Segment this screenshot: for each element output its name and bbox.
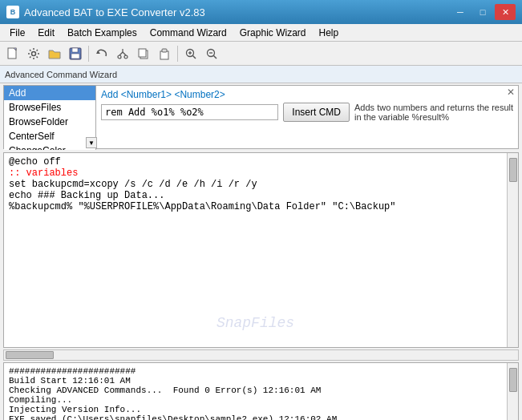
svg-rect-3 [72, 48, 78, 52]
new-button[interactable] [3, 44, 22, 63]
close-button[interactable]: ✕ [495, 4, 516, 20]
menu-batch-examples[interactable]: Batch Examples [61, 26, 144, 40]
paste-button[interactable] [155, 44, 174, 63]
log-line-3: Checking ADVANCED Commands... Found 0 Er… [9, 386, 502, 395]
cmd-input-field[interactable] [101, 104, 278, 120]
log-line-6: EXE saved (C:\Users\snapfiles\Desktop\sa… [9, 414, 502, 420]
log-line-2: Build Start 12:16:01 AM [9, 376, 502, 386]
window-controls: ─ □ ✕ [450, 4, 516, 20]
main-layout: Add BrowseFiles BrowseFolder CenterSelf … [0, 83, 522, 420]
menu-file[interactable]: File [3, 26, 31, 40]
zoom-in-button[interactable] [181, 44, 200, 63]
menu-bar: File Edit Batch Examples Command Wizard … [0, 24, 522, 42]
list-scroll-down[interactable]: ▼ [86, 137, 97, 148]
window-title: Advanced BAT to EXE Converter v2.83 [24, 6, 205, 18]
settings-button[interactable] [24, 44, 43, 63]
cut-button[interactable] [113, 44, 132, 63]
svg-line-8 [119, 52, 123, 55]
cmd-detail-panel: Add <Number1> <Number2> Insert CMD Adds … [96, 86, 518, 148]
svg-rect-12 [139, 49, 146, 57]
copy-button[interactable] [134, 44, 153, 63]
insert-cmd-button[interactable]: Insert CMD [283, 103, 350, 122]
svg-point-6 [118, 55, 121, 59]
list-item-add[interactable]: Add [4, 86, 95, 100]
log-panel[interactable]: ######################## Build Start 12:… [4, 363, 507, 420]
cmd-input-row: Insert CMD Adds two numbers and returns … [101, 103, 515, 122]
editor-scrollbar-thumb[interactable] [509, 158, 517, 182]
editor-section: @echo off :: variables set backupcmd=xco… [0, 151, 522, 361]
code-editor[interactable]: @echo off :: variables set backupcmd=xco… [4, 153, 507, 347]
log-section: ######################## Build Start 12:… [3, 362, 519, 420]
h-scrollbar-thumb[interactable] [6, 351, 54, 359]
svg-rect-14 [162, 49, 167, 52]
log-line-4: Compiling... [9, 395, 502, 405]
editor-scrollbar-v[interactable] [507, 153, 518, 347]
editor-line-2: :: variables [9, 168, 502, 179]
menu-edit[interactable]: Edit [31, 26, 61, 40]
log-line-5: Injecting Version Info... [9, 405, 502, 414]
list-item-centerself[interactable]: CenterSelf [4, 129, 95, 143]
editor-scrollbar-h[interactable] [3, 349, 519, 361]
cmd-header: Add <Number1> <Number2> [101, 89, 515, 100]
title-bar-left: B Advanced BAT to EXE Converter v2.83 [6, 6, 205, 18]
editor-line-5: echo ### Backing up Data... [9, 190, 502, 201]
wizard-label-bar: Advanced Command Wizard [0, 66, 522, 83]
list-item-browsefolder[interactable]: BrowseFolder [4, 115, 95, 129]
title-bar: B Advanced BAT to EXE Converter v2.83 ─ … [0, 0, 522, 24]
separator-1 [88, 46, 89, 62]
wizard-container: Add BrowseFiles BrowseFolder CenterSelf … [3, 85, 519, 149]
app-icon: B [6, 6, 19, 18]
editor-line-6: %backupcmd% "%USERPROFILE%\AppData\Roami… [9, 201, 502, 212]
log-line-1: ######################## [9, 366, 502, 376]
command-list[interactable]: Add BrowseFiles BrowseFolder CenterSelf … [4, 86, 96, 150]
list-item-changecolor[interactable]: ChangeColor [4, 143, 95, 150]
undo-button[interactable] [92, 44, 111, 63]
list-item-browsefiles[interactable]: BrowseFiles [4, 100, 95, 115]
svg-rect-4 [71, 54, 79, 59]
toolbar [0, 42, 522, 66]
zoom-out-button[interactable] [202, 44, 221, 63]
menu-help[interactable]: Help [312, 26, 345, 40]
wizard-label: Advanced Command Wizard [5, 70, 117, 79]
watermark: SnapFiles [216, 315, 294, 331]
log-scrollbar-v[interactable] [507, 363, 518, 420]
cmd-description: Adds two numbers and returns the result … [354, 103, 515, 122]
svg-point-1 [32, 51, 36, 55]
editor-line-3: set backupcmd=xcopy /s /c /d /e /h /i /r… [9, 179, 502, 190]
maximize-button[interactable]: □ [472, 4, 493, 20]
svg-line-9 [123, 52, 126, 55]
editor-line-1: @echo off [9, 156, 502, 168]
log-scrollbar-thumb[interactable] [509, 368, 517, 392]
open-button[interactable] [45, 44, 64, 63]
menu-graphic-wizard[interactable]: Graphic Wizard [233, 26, 313, 40]
wizard-close-button[interactable]: ✕ [507, 87, 515, 97]
menu-command-wizard[interactable]: Command Wizard [144, 26, 233, 40]
save-button[interactable] [66, 44, 85, 63]
svg-line-18 [193, 55, 196, 59]
minimize-button[interactable]: ─ [450, 4, 471, 20]
editor-wrapper: @echo off :: variables set backupcmd=xco… [3, 152, 519, 348]
svg-point-7 [124, 55, 127, 59]
svg-line-21 [214, 55, 217, 59]
separator-2 [177, 46, 178, 62]
